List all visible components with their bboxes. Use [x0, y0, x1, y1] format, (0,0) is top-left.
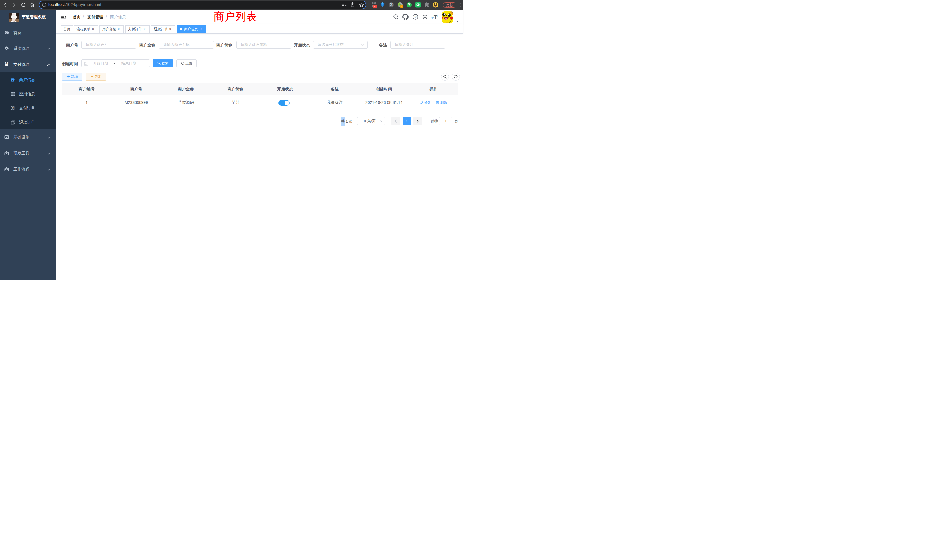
- svg-text:?: ?: [414, 15, 416, 18]
- svg-text:¥: ¥: [12, 107, 14, 110]
- svg-text:10: 10: [374, 5, 376, 8]
- svg-text:1: 1: [401, 5, 402, 8]
- svg-text:⌘: ⌘: [390, 3, 393, 6]
